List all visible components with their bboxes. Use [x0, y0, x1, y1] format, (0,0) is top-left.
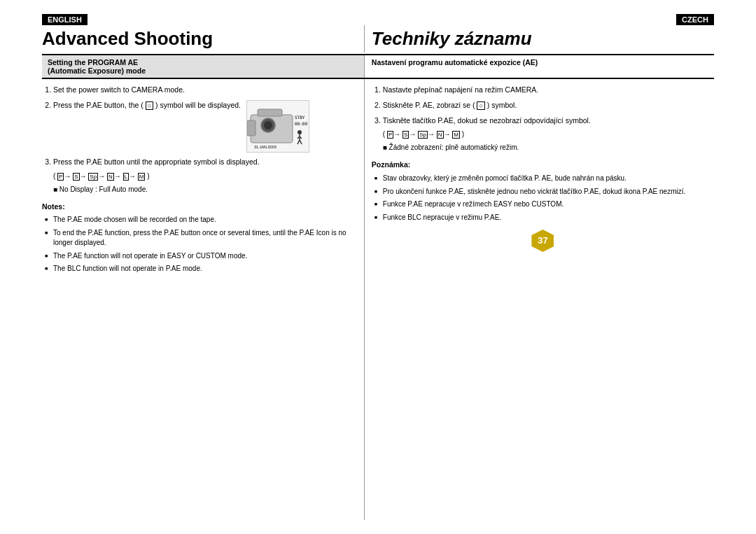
- english-badge-area: ENGLISH: [42, 14, 90, 25]
- right-note-2: Pro ukončení funkce P.AE, stiskněte jedn…: [374, 187, 714, 197]
- svg-rect-4: [258, 109, 282, 116]
- camera-svg: STBY 00:00 31.JAN.2003: [247, 101, 309, 151]
- right-content: Nastavte přepínač napájení na režim CAME…: [365, 79, 714, 520]
- right-note-3: Funkce P.AE nepracuje v režímech EASY ne…: [374, 199, 714, 210]
- left-content: Set the power switch to CAMERA mode. Pre…: [42, 79, 365, 520]
- svg-point-3: [264, 121, 272, 129]
- right-section-header: Nastavení programu automatické expozice …: [365, 55, 714, 78]
- right-step-1: Nastavte přepínač napájení na režim CAME…: [383, 85, 714, 96]
- svg-text:31.JAN.2003: 31.JAN.2003: [254, 145, 276, 149]
- left-notes-list: The P.AE mode chosen will be recorded on…: [42, 215, 357, 274]
- right-step-2: Stiskněte P. AE, zobrazí se ( ○ ) symbol…: [383, 100, 714, 111]
- svg-text:STBY: STBY: [295, 115, 305, 120]
- left-note-2: To end the P.AE function, press the P.AE…: [45, 228, 357, 248]
- right-icon-sequence: ( P→ S→ Sp→ N→ M ): [383, 129, 714, 139]
- page-number-area: 37: [372, 230, 714, 252]
- left-notes-section: Notes: The P.AE mode chosen will be reco…: [42, 202, 357, 274]
- page-title-left: Advanced Shooting: [42, 25, 357, 52]
- svg-point-7: [298, 130, 302, 134]
- left-note-3: The P.AE function will not operate in EA…: [45, 251, 357, 262]
- left-no-display: ■ No Display : Full Auto mode.: [53, 184, 357, 195]
- svg-text:00:00: 00:00: [295, 121, 307, 126]
- right-note-1: Stav obrazovky, který je změněn pomocí t…: [374, 174, 714, 184]
- right-notes-section: Poznámka: Stav obrazovky, který je změně…: [372, 160, 714, 223]
- left-step-3: Press the P.AE button until the appropri…: [53, 157, 357, 195]
- section-header-row: Setting the PROGRAM AE (Automatic Exposu…: [42, 55, 714, 79]
- left-section-header-line2: (Automatic Exposure) mode: [48, 66, 358, 75]
- svg-rect-1: [247, 120, 255, 136]
- right-notes-label: Poznámka:: [372, 160, 714, 171]
- titles-row: Advanced Shooting Techniky záznamu: [42, 25, 714, 52]
- page-container: ENGLISH CZECH Advanced Shooting Techniky…: [0, 0, 756, 534]
- left-step-1: Set the power switch to CAMERA mode.: [53, 85, 357, 96]
- right-steps-list: Nastavte přepínač napájení na režim CAME…: [372, 85, 714, 153]
- left-note-4: The BLC function will not operate in P.A…: [45, 264, 357, 274]
- left-section-header-line1: Setting the PROGRAM AE: [48, 58, 358, 66]
- english-badge: ENGLISH: [42, 14, 88, 25]
- title-right-area: Techniky záznamu: [365, 25, 714, 52]
- header-badges-row: ENGLISH CZECH: [42, 14, 714, 25]
- left-icon-sequence: ( P→ S→ Sp→ N→ L→ M ): [53, 171, 357, 181]
- right-note-4: Funkce BLC nepracuje v režimu P.AE.: [374, 213, 714, 223]
- left-steps-list: Set the power switch to CAMERA mode. Pre…: [42, 85, 357, 195]
- left-step-2: Press the P.AE button, the ( ○ ) symbol …: [53, 100, 357, 153]
- left-note-1: The P.AE mode chosen will be recorded on…: [45, 215, 357, 225]
- right-notes-list: Stav obrazovky, který je změněn pomocí t…: [372, 174, 714, 223]
- left-notes-label: Notes:: [42, 202, 357, 213]
- main-content-row: Set the power switch to CAMERA mode. Pre…: [42, 79, 714, 520]
- svg-line-11: [298, 140, 300, 144]
- czech-badge-area: CZECH: [676, 14, 714, 25]
- title-left-area: Advanced Shooting: [42, 25, 365, 52]
- left-step-2-text: Press the P.AE button, the ( ○ ) symbol …: [53, 100, 241, 111]
- right-no-display: ■ Žádné zobrazení: plně automatický reži…: [383, 142, 714, 153]
- right-step-3: Tiskněte tlačítko P.AE, dokud se nezobra…: [383, 115, 714, 153]
- camera-diagram: STBY 00:00 31.JAN.2003: [246, 100, 309, 153]
- page-title-right: Techniky záznamu: [372, 25, 714, 52]
- czech-badge: CZECH: [676, 14, 714, 25]
- page-number: 37: [531, 230, 554, 252]
- svg-line-12: [300, 140, 302, 144]
- left-section-header: Setting the PROGRAM AE (Automatic Exposu…: [42, 55, 365, 78]
